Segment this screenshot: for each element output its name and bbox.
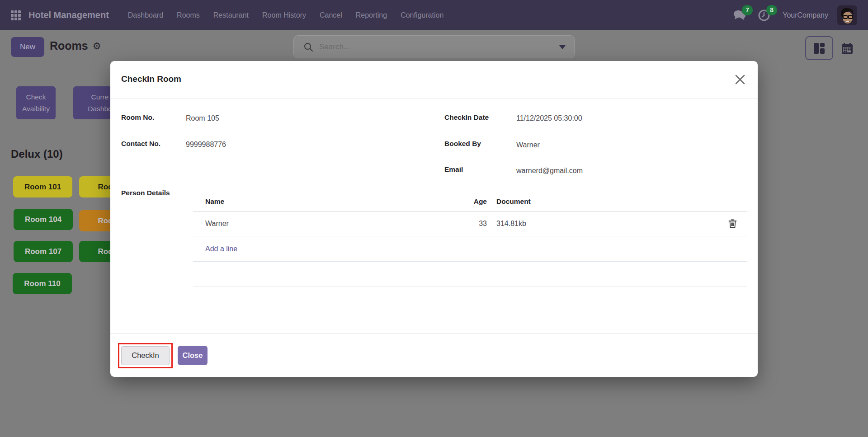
- menu-dashboard[interactable]: Dashboard: [128, 11, 163, 19]
- systray: 7 8 YourCompany: [732, 5, 857, 25]
- view-switcher: [805, 36, 861, 60]
- company-name[interactable]: YourCompany: [783, 11, 828, 19]
- modal-title: CheckIn Room: [121, 74, 181, 84]
- empty-table-row: [193, 287, 747, 312]
- room-no-value[interactable]: Room 105: [186, 114, 219, 122]
- cell-name[interactable]: Warner: [205, 220, 451, 228]
- modal-body: Room No. Room 105 Contact No. 9999988776…: [110, 99, 758, 334]
- room-101-button[interactable]: Room 101: [13, 176, 72, 197]
- search-icon: [304, 42, 313, 52]
- menu-reporting[interactable]: Reporting: [356, 11, 387, 19]
- email-value[interactable]: warnerd@gmail.com: [516, 167, 583, 175]
- delete-row-button[interactable]: [728, 219, 737, 228]
- check-availability-button[interactable]: Check Avaibility: [16, 86, 56, 119]
- column-document: Document: [487, 197, 717, 206]
- calendar-view-button[interactable]: [833, 36, 861, 60]
- app-title: Hotel Management: [28, 10, 109, 20]
- person-details-label: Person Details: [121, 189, 170, 197]
- email-label: Email: [444, 165, 463, 174]
- checkin-date-label: CheckIn Date: [444, 113, 489, 122]
- menu-room-history[interactable]: Room History: [262, 11, 306, 19]
- kanban-icon: [813, 42, 825, 54]
- column-age: Age: [451, 197, 487, 206]
- modal-close-button[interactable]: [732, 72, 748, 87]
- column-name: Name: [205, 197, 451, 206]
- check-availability-line2: Avaibility: [22, 105, 50, 113]
- messages-badge: 7: [742, 5, 753, 15]
- booked-by-value[interactable]: Warner: [516, 141, 540, 149]
- add-line-row: Add a line: [193, 236, 747, 262]
- checkin-room-modal: CheckIn Room Room No. Room 105 Contact N…: [110, 61, 758, 377]
- cell-document[interactable]: 314.81kb: [487, 220, 717, 228]
- checkin-button[interactable]: CheckIn: [121, 346, 170, 365]
- search-input[interactable]: [319, 42, 551, 52]
- top-navbar: Hotel Management Dashboard Rooms Restaur…: [0, 0, 868, 30]
- contact-no-value[interactable]: 9999988776: [186, 141, 226, 149]
- hotel-management-app: Hotel Management Dashboard Rooms Restaur…: [0, 0, 868, 437]
- search-bar: [293, 35, 575, 58]
- modal-header: CheckIn Room: [110, 61, 758, 99]
- close-button[interactable]: Close: [178, 346, 208, 365]
- control-panel: New Rooms ⚙: [0, 30, 868, 64]
- room-107-button[interactable]: Room 107: [14, 241, 73, 262]
- page-title: Rooms: [50, 39, 88, 52]
- new-button[interactable]: New: [11, 37, 44, 57]
- close-icon: [734, 74, 746, 85]
- menu-cancel[interactable]: Cancel: [320, 11, 342, 19]
- menu-configuration[interactable]: Configuration: [401, 11, 443, 19]
- booked-by-label: Booked By: [444, 140, 481, 148]
- modal-footer: CheckIn Close: [110, 334, 758, 377]
- contact-no-label: Contact No.: [121, 140, 160, 148]
- checkin-date-value[interactable]: 11/12/2025 05:30:00: [516, 114, 582, 122]
- breadcrumb: Rooms ⚙: [50, 39, 101, 52]
- highlight-rectangle: CheckIn: [118, 343, 173, 368]
- empty-table-row: [193, 262, 747, 287]
- apps-menu-icon[interactable]: [11, 10, 21, 20]
- add-a-line-link[interactable]: Add a line: [205, 245, 451, 253]
- menu-rooms[interactable]: Rooms: [177, 11, 200, 19]
- room-no-label: Room No.: [121, 113, 154, 122]
- messages-icon[interactable]: 7: [732, 8, 747, 23]
- trash-icon: [728, 219, 737, 228]
- kanban-view-button[interactable]: [805, 36, 833, 60]
- avatar-image: [837, 5, 857, 25]
- activities-badge: 8: [766, 5, 777, 15]
- room-category-title: Delux (10): [11, 148, 63, 160]
- current-dashboard-line2: Dashbo: [88, 105, 112, 113]
- chevron-down-icon: [559, 45, 566, 49]
- check-availability-line1: Check: [26, 93, 46, 101]
- cell-age[interactable]: 33: [451, 220, 487, 228]
- table-header-row: Name Age Document: [193, 192, 747, 211]
- current-dashboard-line1: Curre: [91, 93, 109, 101]
- menu-restaurant[interactable]: Restaurant: [213, 11, 249, 19]
- room-104-button[interactable]: Room 104: [14, 209, 73, 230]
- search-options-toggle[interactable]: [551, 36, 574, 58]
- main-menu: Dashboard Rooms Restaurant Room History …: [128, 11, 444, 19]
- activities-icon[interactable]: 8: [756, 8, 772, 23]
- user-avatar[interactable]: [837, 5, 857, 25]
- calendar-icon: [841, 42, 853, 54]
- table-row[interactable]: Warner 33 314.81kb: [193, 211, 747, 236]
- gear-icon[interactable]: ⚙: [93, 41, 101, 51]
- room-110-button[interactable]: Room 110: [13, 273, 72, 294]
- person-details-table: Name Age Document Warner 33 314.81kb: [193, 192, 747, 312]
